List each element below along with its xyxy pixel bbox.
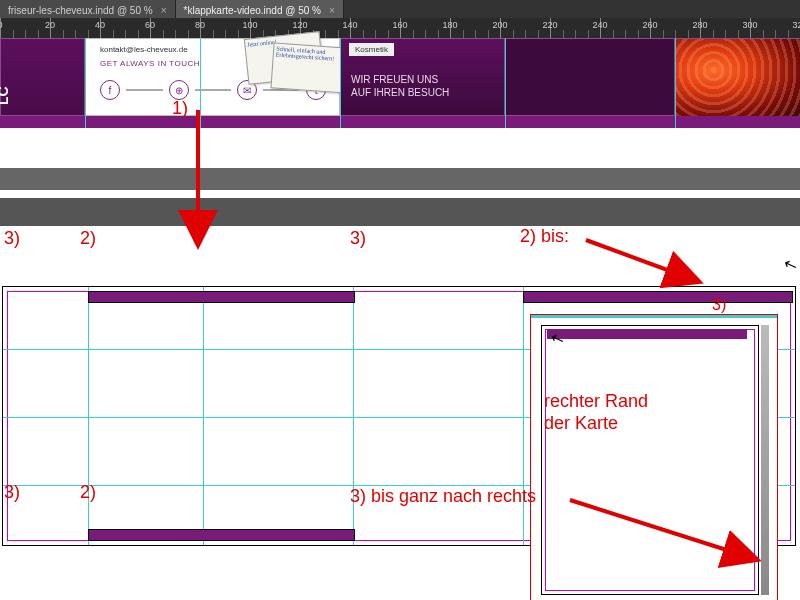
ruler-tick-label: 80: [195, 20, 205, 30]
welcome-line1: WIR FREUEN UNS: [351, 73, 449, 86]
annotation-3-inset: 3): [712, 296, 726, 314]
ruler-tick-label: 240: [592, 20, 607, 30]
annotation-3-bl: 3): [4, 482, 20, 503]
sticky-note-2[interactable]: Schnell, einfach und Erlebnisgerecht sic…: [270, 42, 349, 93]
guide-h[interactable]: [531, 317, 777, 318]
ruler-tick-label: 320: [792, 20, 800, 30]
guide-v[interactable]: [88, 287, 89, 545]
annotation-rechter-rand: rechter Rand der Karte: [544, 390, 648, 434]
tab-document-1[interactable]: friseur-les-cheveux.indd @ 50 % ×: [0, 0, 176, 18]
color-bar-top-2[interactable]: [523, 291, 793, 303]
flyer-panel-logo[interactable]: LC: [0, 38, 85, 116]
annotation-2-bl: 2): [80, 482, 96, 503]
ruler-tick-label: 140: [342, 20, 357, 30]
annotation-3-left: 3): [4, 228, 20, 249]
close-icon[interactable]: ×: [329, 5, 335, 16]
annotation-3-mid: 3): [350, 228, 366, 249]
email-text: kontakt@les-cheveux.de: [100, 45, 188, 54]
annotation-2bis: 2) bis:: [520, 226, 569, 247]
ruler-tick-label: 180: [442, 20, 457, 30]
ruler-tick-label: 40: [95, 20, 105, 30]
facebook-icon[interactable]: f: [100, 80, 120, 100]
tab-label: friseur-les-cheveux.indd @ 50 %: [8, 5, 153, 16]
card-right-edge: [761, 325, 769, 595]
tab-document-2[interactable]: *klappkarte-video.indd @ 50 % ×: [176, 0, 344, 18]
divider: [126, 89, 163, 91]
flyer-top-spread: LC kontakt@les-cheveux.de GET ALWAYS IN …: [0, 38, 800, 128]
ruler-tick-label: 160: [392, 20, 407, 30]
guide-v[interactable]: [203, 287, 204, 545]
welcome-text: WIR FREUEN UNS AUF IHREN BESUCH: [351, 73, 449, 99]
ruler-tick-label: 20: [45, 20, 55, 30]
tab-label: *klappkarte-video.indd @ 50 %: [184, 5, 321, 16]
detail-inset: ↖: [530, 314, 778, 600]
ruler-tick-label: 100: [242, 20, 257, 30]
ruler-tick-label: 60: [145, 20, 155, 30]
ruler-tick-label: 300: [742, 20, 757, 30]
color-bar-bottom-1[interactable]: [88, 529, 355, 541]
globe-icon[interactable]: ⊕: [169, 80, 189, 100]
ruler-tick-label: 220: [542, 20, 557, 30]
document-canvas[interactable]: LC kontakt@les-cheveux.de GET ALWAYS IN …: [0, 38, 800, 600]
annotation-2-left: 2): [80, 228, 96, 249]
detail-margin: [545, 329, 755, 591]
flyer-panel-kosmetik[interactable]: Kosmetik WIR FREUEN UNS AUF IHREN BESUCH: [340, 38, 505, 116]
close-icon[interactable]: ×: [161, 5, 167, 16]
detail-color-bar[interactable]: [547, 329, 747, 339]
logo-text: LC: [0, 86, 11, 105]
category-label: Kosmetik: [349, 43, 394, 56]
pasteboard-gap: [0, 198, 800, 226]
flyer-panel-contact[interactable]: kontakt@les-cheveux.de GET ALWAYS IN TOU…: [85, 38, 340, 116]
document-tabs: friseur-les-cheveux.indd @ 50 % × *klapp…: [0, 0, 800, 18]
ruler-tick-label: 280: [692, 20, 707, 30]
ruler-tick-label: 260: [642, 20, 657, 30]
purple-footer-strip[interactable]: [0, 116, 800, 128]
color-bar-top-1[interactable]: [88, 291, 355, 303]
welcome-line2: AUF IHREN BESUCH: [351, 86, 449, 99]
ruler-tick-label: 200: [492, 20, 507, 30]
horizontal-ruler[interactable]: 0204060801001201401601802002202402602803…: [0, 18, 800, 39]
annotation-1: 1): [172, 98, 188, 119]
tagline-text: GET ALWAYS IN TOUCH: [100, 59, 200, 68]
detail-page-edge: [541, 325, 759, 595]
flyer-panel-dark[interactable]: [505, 38, 675, 116]
annotation-3bis: 3) bis ganz nach rechts: [350, 486, 536, 507]
hair-photo[interactable]: [675, 38, 800, 118]
pasteboard-gap: [0, 168, 800, 190]
ruler-tick-label: 120: [292, 20, 307, 30]
ruler-tick-label: 0: [0, 20, 3, 30]
